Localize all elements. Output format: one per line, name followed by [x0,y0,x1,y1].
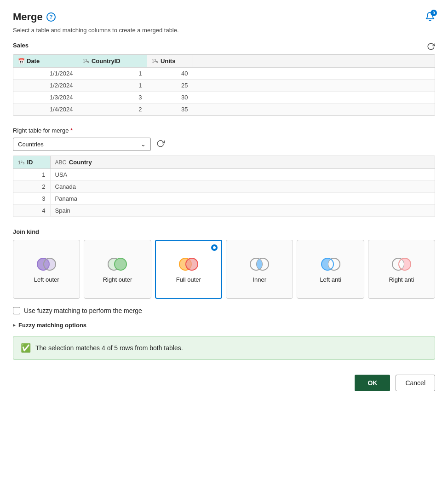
fuzzy-checkbox[interactable] [13,307,20,314]
help-icon[interactable]: ? [46,12,56,22]
cell-date: 1/1/2024 [13,68,78,80]
cell-date: 1/3/2024 [13,92,78,104]
cell-date: 1/4/2024 [13,104,78,116]
venn-diagram-icon [34,256,59,272]
cell-countryid: 1 [78,68,147,80]
cell-id: 2 [13,181,50,193]
sales-table-label: Sales [13,42,29,49]
table-row: 4 Spain [13,205,435,217]
cell-country: Spain [50,205,124,217]
sales-table: 📅Date 1²₃ CountryID 1²₃ Units 1/1/2024 1… [13,54,435,116]
fuzzy-options-label: Fuzzy matching options [18,322,86,329]
join-card-label: Inner [253,276,266,283]
cell-country: Canada [50,181,124,193]
dialog-title: Merge [13,11,43,23]
fuzzy-chevron-icon: ▸ [13,322,16,328]
table-row: 1/1/2024 1 40 [13,68,435,80]
svg-point-1 [44,258,56,270]
cell-empty [124,181,435,193]
cell-empty [193,68,435,80]
table-row: 3 Panama [13,193,435,205]
subtitle: Select a table and matching columns to c… [13,27,435,34]
cell-empty [193,92,435,104]
selected-indicator [211,244,218,251]
venn-diagram-icon [389,256,414,272]
dropdown-value: Countries [18,141,44,148]
sales-refresh-button[interactable] [427,42,435,52]
join-card-left-outer[interactable]: Left outer [13,240,80,299]
join-card-inner[interactable]: Inner [226,240,293,299]
fuzzy-options-section[interactable]: ▸ Fuzzy matching options [13,322,435,329]
chevron-down-icon: ⌄ [141,141,146,148]
cancel-button[interactable]: Cancel [396,375,435,391]
right-table-label: Right table for merge * [13,127,435,134]
cell-id: 4 [13,205,50,217]
cell-country: Panama [50,193,124,205]
venn-diagram-icon [247,256,272,272]
join-card-right-outer[interactable]: Right outer [84,240,151,299]
cell-empty [124,193,435,205]
join-card-right-anti[interactable]: Right anti [368,240,435,299]
right-table-dropdown[interactable]: Countries ⌄ [13,138,151,151]
join-card-full-outer[interactable]: Full outer [155,240,222,299]
sales-col-empty [193,55,435,68]
venn-diagram-icon [318,256,343,272]
cell-empty [193,80,435,92]
status-bar: ✅ The selection matches 4 of 5 rows from… [13,336,435,360]
cell-countryid: 2 [78,104,147,116]
table-row: 1/3/2024 3 30 [13,92,435,104]
join-kind-label: Join kind [13,228,435,235]
table-row: 2 Canada [13,181,435,193]
venn-diagram-icon [105,256,130,272]
status-message: The selection matches 4 of 5 rows from b… [35,344,183,352]
cell-units: 40 [147,68,193,80]
countries-table: 1²₃ ID ABC Country 1 USA 2 Canada 3 Pana… [13,156,435,217]
cell-id: 3 [13,193,50,205]
right-table-refresh-button[interactable] [156,139,165,149]
cell-empty [124,169,435,181]
cell-units: 35 [147,104,193,116]
fuzzy-matching-row[interactable]: Use fuzzy matching to perform the merge [13,307,435,314]
svg-point-5 [186,258,198,270]
ok-button[interactable]: OK [355,375,390,391]
countries-col-country[interactable]: ABC Country [50,156,124,169]
countries-col-empty [124,156,435,169]
cell-countryid: 3 [78,92,147,104]
cell-units: 25 [147,80,193,92]
cell-country: USA [50,169,124,181]
venn-diagram-icon [176,256,201,272]
table-row: 1 USA [13,169,435,181]
join-options: Left outerRight outerFull outerInnerLeft… [13,240,435,299]
countries-col-id[interactable]: 1²₃ ID [13,156,50,169]
sales-col-date[interactable]: 📅Date [13,55,78,68]
notification-icon[interactable]: 0 [425,12,435,23]
cell-id: 1 [13,169,50,181]
sales-col-countryid[interactable]: 1²₃ CountryID [78,55,147,68]
join-card-label: Left outer [34,276,59,283]
fuzzy-label: Use fuzzy matching to perform the merge [24,307,142,314]
join-card-left-anti[interactable]: Left anti [297,240,364,299]
cell-units: 30 [147,92,193,104]
join-card-label: Right outer [103,276,132,283]
table-row: 1/2/2024 1 25 [13,80,435,92]
cell-empty [124,205,435,217]
status-check-icon: ✅ [21,343,31,353]
cell-countryid: 1 [78,80,147,92]
notif-badge: 0 [431,10,437,16]
join-card-label: Left anti [320,276,341,283]
join-card-label: Right anti [389,276,414,283]
cell-empty [193,104,435,116]
table-row: 1/4/2024 2 35 [13,104,435,116]
sales-col-units[interactable]: 1²₃ Units [147,55,193,68]
footer-buttons: OK Cancel [13,375,435,391]
join-card-label: Full outer [176,276,201,283]
svg-point-3 [115,258,126,270]
cell-date: 1/2/2024 [13,80,78,92]
